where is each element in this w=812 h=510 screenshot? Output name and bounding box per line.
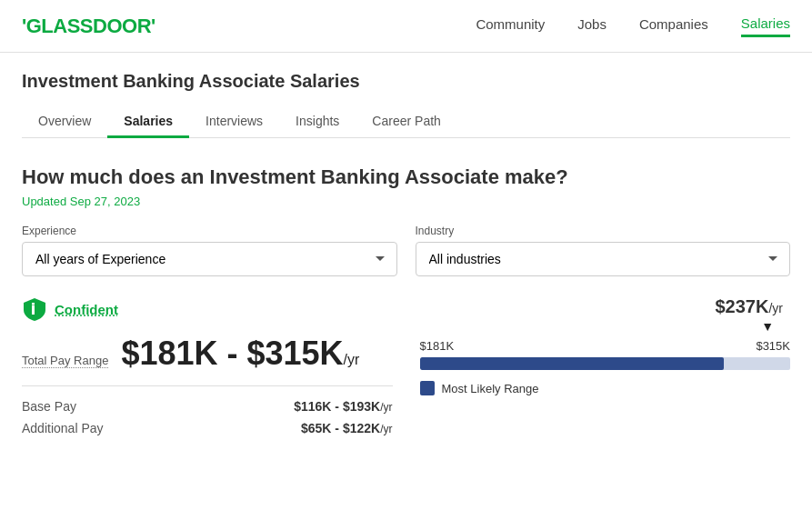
median-value: $237K xyxy=(716,296,769,316)
total-pay-label: Total Pay Range xyxy=(22,354,108,368)
main-nav: Community Jobs Companies Salaries xyxy=(476,15,790,37)
per-yr: /yr xyxy=(344,352,360,367)
logo[interactable]: 'GLASSDOOR' xyxy=(22,15,155,38)
tab-salaries[interactable]: Salaries xyxy=(107,105,189,137)
tab-overview[interactable]: Overview xyxy=(22,105,107,137)
industry-select[interactable]: All industries Finance Banking Investmen… xyxy=(416,242,791,276)
pay-separator: - xyxy=(218,335,247,372)
confident-icon xyxy=(22,296,47,322)
total-pay-range: $181K - $315K/yr xyxy=(121,335,359,373)
pay-high: $315K xyxy=(247,335,344,372)
range-high-label: $315K xyxy=(756,339,790,353)
nav-jobs[interactable]: Jobs xyxy=(577,16,606,35)
salary-right: $237K/yr ▼ $181K $315K Most Likely Range xyxy=(420,296,791,443)
legend-box xyxy=(420,381,435,395)
page-content: Investment Banking Associate Salaries Ov… xyxy=(0,53,812,452)
experience-filter-group: Experience All years of Experience 0-1 y… xyxy=(22,225,397,276)
divider xyxy=(22,385,393,386)
range-bar xyxy=(420,357,791,370)
median-arrow: ▼ xyxy=(420,319,775,334)
range-labels: $181K $315K xyxy=(420,339,791,353)
additional-pay-row: Additional Pay $65K - $122K/yr xyxy=(22,421,393,435)
filters: Experience All years of Experience 0-1 y… xyxy=(22,225,790,276)
range-low-label: $181K xyxy=(420,339,455,353)
median-per-yr: /yr xyxy=(768,301,783,315)
tab-interviews[interactable]: Interviews xyxy=(189,105,279,137)
main-question: How much does an Investment Banking Asso… xyxy=(22,165,790,189)
additional-pay-label: Additional Pay xyxy=(22,421,104,435)
nav-community[interactable]: Community xyxy=(476,16,545,35)
base-pay-label: Base Pay xyxy=(22,399,76,414)
additional-pay-value: $65K - $122K/yr xyxy=(301,421,393,435)
confident-badge: Confident xyxy=(22,296,393,322)
salary-section: Confident Total Pay Range $181K - $315K/… xyxy=(22,296,790,443)
nav-companies[interactable]: Companies xyxy=(639,16,708,35)
salary-left: Confident Total Pay Range $181K - $315K/… xyxy=(22,296,420,443)
updated-date: Updated Sep 27, 2023 xyxy=(22,195,790,208)
tab-insights[interactable]: Insights xyxy=(279,105,356,137)
tab-career-path[interactable]: Career Path xyxy=(356,105,456,137)
confident-text: Confident xyxy=(55,302,118,317)
nav-salaries[interactable]: Salaries xyxy=(741,15,790,37)
industry-label: Industry xyxy=(416,225,791,237)
header: 'GLASSDOOR' Community Jobs Companies Sal… xyxy=(0,0,812,53)
page-title: Investment Banking Associate Salaries xyxy=(22,71,790,92)
tabs: Overview Salaries Interviews Insights Ca… xyxy=(22,105,790,138)
main-section: How much does an Investment Banking Asso… xyxy=(22,156,790,452)
industry-filter-group: Industry All industries Finance Banking … xyxy=(416,225,791,276)
base-pay-value: $116K - $193K/yr xyxy=(294,399,392,414)
legend-label: Most Likely Range xyxy=(442,382,539,395)
experience-select[interactable]: All years of Experience 0-1 years 1-3 ye… xyxy=(22,242,397,276)
range-bar-fill xyxy=(420,357,724,370)
svg-rect-0 xyxy=(32,305,35,315)
svg-rect-1 xyxy=(32,303,35,305)
total-pay-row: Total Pay Range $181K - $315K/yr xyxy=(22,335,393,373)
legend: Most Likely Range xyxy=(420,381,791,395)
experience-label: Experience xyxy=(22,225,397,237)
pay-low: $181K xyxy=(121,335,217,372)
base-pay-row: Base Pay $116K - $193K/yr xyxy=(22,399,393,414)
